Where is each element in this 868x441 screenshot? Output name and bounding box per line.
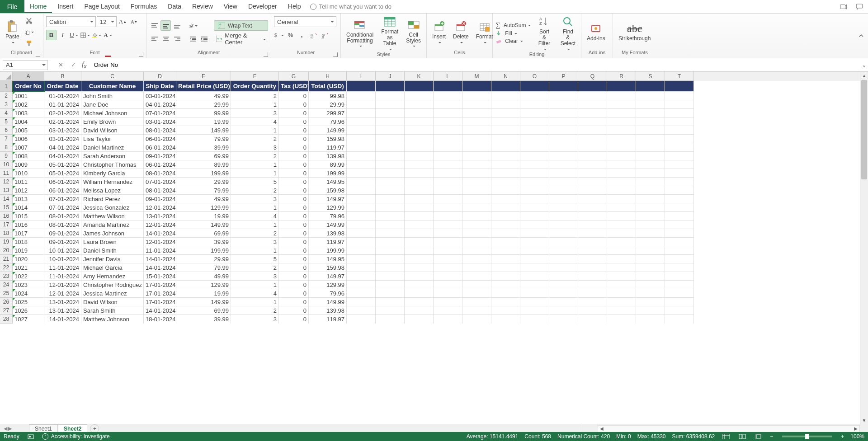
scroll-thumb[interactable] (861, 80, 867, 179)
cell[interactable] (549, 315, 578, 324)
cell[interactable]: Michael Garcia (81, 263, 144, 272)
cell[interactable]: Jennifer Davis (81, 255, 144, 263)
number-launcher[interactable] (333, 52, 338, 57)
cell[interactable] (405, 298, 434, 306)
cell[interactable] (405, 255, 434, 263)
cell[interactable] (376, 169, 405, 178)
cell[interactable] (347, 117, 376, 126)
cell[interactable]: 2 (231, 186, 279, 195)
cell[interactable] (665, 186, 694, 195)
cell[interactable]: Daniel Martinez (81, 143, 144, 152)
row-header[interactable]: 27 (0, 306, 13, 315)
strikethrough-button[interactable]: abc Strikethrough (616, 21, 653, 42)
font-size-select[interactable]: 12 (97, 16, 117, 27)
cell[interactable] (376, 100, 405, 109)
cell[interactable] (405, 109, 434, 117)
cell[interactable] (434, 152, 462, 160)
cell[interactable] (376, 315, 405, 324)
hscroll-right[interactable]: ▶ (852, 426, 859, 432)
cell[interactable]: 129.99 (309, 281, 347, 289)
cell[interactable] (520, 143, 549, 152)
cell[interactable]: 119.97 (309, 143, 347, 152)
cell[interactable] (347, 281, 376, 289)
cell[interactable] (491, 220, 520, 229)
cell[interactable] (578, 229, 607, 238)
cell[interactable] (347, 306, 376, 315)
cell[interactable]: Laura Brown (81, 238, 144, 246)
cell[interactable] (520, 306, 549, 315)
cell[interactable]: 05-01-2024 (44, 160, 81, 169)
cell[interactable] (347, 178, 376, 186)
cell[interactable] (578, 195, 607, 203)
format-as-table-button[interactable]: Format as Table (378, 14, 401, 52)
row-header[interactable]: 15 (0, 203, 13, 212)
cell[interactable] (549, 238, 578, 246)
align-right-button[interactable] (172, 33, 182, 44)
cell[interactable] (462, 272, 491, 281)
scroll-up-arrow[interactable]: ▲ (860, 72, 868, 79)
cell[interactable] (549, 203, 578, 212)
cell[interactable]: 1005 (13, 126, 44, 135)
cell[interactable]: 0 (279, 169, 309, 178)
cell[interactable]: 1 (231, 160, 279, 169)
cell[interactable]: 49.99 (176, 272, 231, 281)
cell[interactable]: 0 (279, 272, 309, 281)
col-header-N[interactable]: N (491, 72, 520, 81)
cell[interactable] (520, 246, 549, 255)
row-header[interactable]: 18 (0, 229, 13, 238)
cell[interactable] (405, 272, 434, 281)
insert-cells-button[interactable]: Insert (429, 19, 448, 44)
cell[interactable] (434, 212, 462, 220)
cell[interactable] (347, 152, 376, 160)
cell[interactable] (520, 289, 549, 298)
cell[interactable] (347, 135, 376, 143)
cell[interactable]: 19.99 (176, 117, 231, 126)
cell[interactable]: 03-01-2024 (144, 92, 176, 100)
cell[interactable] (520, 152, 549, 160)
cell[interactable]: 07-01-2024 (44, 195, 81, 203)
align-bottom-button[interactable] (172, 20, 182, 31)
cell[interactable] (578, 81, 607, 92)
cell[interactable] (665, 220, 694, 229)
cell[interactable] (434, 272, 462, 281)
paste-button[interactable]: Paste (3, 19, 22, 44)
cell[interactable] (578, 246, 607, 255)
page-layout-view-button[interactable] (737, 433, 747, 440)
cell[interactable]: 09-01-2024 (44, 238, 81, 246)
macro-record-icon[interactable] (28, 433, 34, 440)
col-header-M[interactable]: M (462, 72, 491, 81)
cell[interactable] (607, 203, 636, 212)
row-header[interactable]: 20 (0, 246, 13, 255)
row-header[interactable]: 24 (0, 281, 13, 289)
cell[interactable] (347, 229, 376, 238)
cell[interactable] (462, 100, 491, 109)
percent-button[interactable]: % (285, 30, 296, 40)
cell[interactable] (434, 81, 462, 92)
row-header[interactable]: 19 (0, 238, 13, 246)
cell[interactable] (347, 169, 376, 178)
cell[interactable] (405, 238, 434, 246)
cell[interactable] (347, 272, 376, 281)
cell[interactable]: 159.98 (309, 135, 347, 143)
cell[interactable] (462, 178, 491, 186)
cell[interactable] (405, 92, 434, 100)
row-header[interactable]: 11 (0, 169, 13, 178)
cell[interactable]: 10-01-2024 (44, 246, 81, 255)
cell[interactable] (607, 246, 636, 255)
cell[interactable] (376, 263, 405, 272)
cell[interactable] (520, 160, 549, 169)
cell[interactable]: 49.99 (176, 195, 231, 203)
cell[interactable]: 06-01-2024 (44, 178, 81, 186)
cell[interactable]: 1014 (13, 203, 44, 212)
cell[interactable] (665, 169, 694, 178)
cell[interactable]: 1021 (13, 263, 44, 272)
cell[interactable]: 1001 (13, 92, 44, 100)
row-header[interactable]: 21 (0, 255, 13, 263)
cell[interactable] (665, 126, 694, 135)
bold-button[interactable]: B (46, 30, 57, 40)
row-header[interactable]: 25 (0, 289, 13, 298)
cell[interactable]: Christopher Thomas (81, 160, 144, 169)
cell[interactable]: 06-01-2024 (144, 160, 176, 169)
cell[interactable] (636, 135, 665, 143)
cell[interactable] (607, 212, 636, 220)
